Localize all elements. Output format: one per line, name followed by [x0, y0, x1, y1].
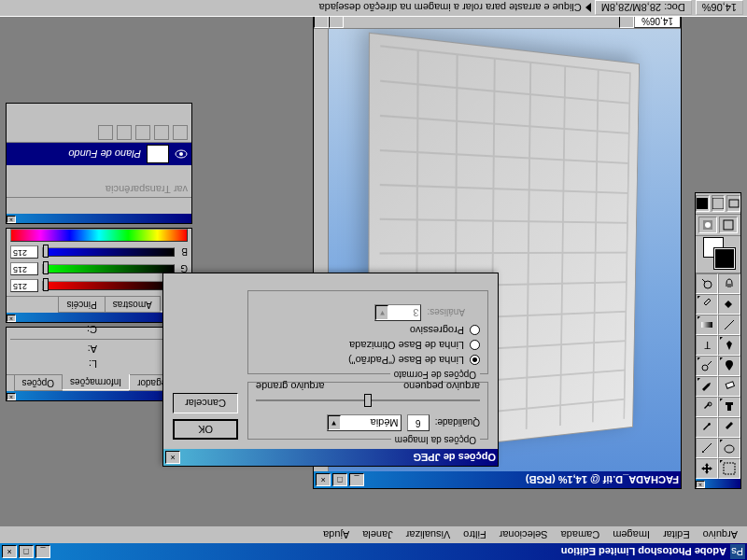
statusbar: 14,06% Doc: 28,8M/28,8M Clique e arraste…	[0, 0, 747, 17]
doc-maximize-button[interactable]: □	[332, 473, 347, 486]
svg-rect-5	[726, 402, 733, 405]
app-icon: Ps	[730, 544, 745, 559]
radio-icon	[470, 356, 480, 366]
color-panel-close[interactable]: ×	[7, 315, 16, 322]
fg-color-swatch[interactable]	[714, 248, 735, 269]
doc-close-button[interactable]: ×	[316, 473, 331, 486]
wand-tool[interactable]	[696, 438, 718, 458]
menu-editar[interactable]: Editar	[657, 527, 696, 542]
eraser-tool[interactable]	[718, 376, 740, 397]
minimize-button[interactable]: _	[35, 545, 50, 558]
bucket-tool[interactable]	[718, 294, 740, 315]
brush-tool[interactable]	[696, 417, 718, 438]
screen-standard-button[interactable]	[726, 195, 740, 212]
slider-b[interactable]: B 215	[10, 245, 188, 259]
eyedropper-tool[interactable]	[696, 294, 718, 315]
doc-size-status: Doc: 28,8M/28,8M	[595, 1, 692, 16]
visibility-icon[interactable]	[175, 147, 188, 161]
standard-mode-button[interactable]	[719, 217, 738, 233]
airbrush-tool[interactable]	[718, 417, 740, 438]
format-options-group: Opções de Formato Linha de Base ("Padrão…	[247, 290, 488, 374]
menu-imagem[interactable]: Imagem	[607, 527, 655, 542]
ok-button[interactable]: OK	[173, 419, 238, 440]
info-panel-close[interactable]: ×	[7, 393, 16, 400]
dodge-tool[interactable]	[696, 356, 718, 376]
svg-point-3	[725, 445, 734, 453]
svg-point-18	[705, 222, 711, 228]
toolbox-close[interactable]: ×	[696, 481, 705, 488]
screen-full-button[interactable]	[696, 195, 710, 212]
radio-baseline-standard[interactable]: Linha de Base ("Padrão")	[256, 355, 480, 366]
measure-tool[interactable]	[718, 315, 740, 335]
radio-baseline-optimized[interactable]: Linha de Base Otimizada	[256, 340, 480, 351]
radio-icon	[470, 326, 480, 336]
trash-icon[interactable]	[98, 125, 113, 140]
lasso-tool[interactable]	[718, 438, 740, 458]
layer-icon-2[interactable]	[154, 125, 169, 140]
menu-janela[interactable]: Janela	[357, 527, 398, 542]
svg-line-12	[725, 320, 734, 329]
quality-label: Qualidade:	[435, 418, 480, 428]
layer-name: Plano de Fundo	[68, 148, 141, 160]
stamp-tool[interactable]	[718, 397, 740, 417]
toolbox: × T	[695, 192, 741, 489]
layer-row[interactable]: Plano de Fundo	[7, 143, 191, 165]
workspace: × T	[0, 17, 747, 526]
radio-progressive[interactable]: Progressivo	[256, 325, 480, 336]
new-layer-icon[interactable]	[117, 125, 132, 140]
maximize-button[interactable]: □	[19, 545, 34, 558]
menu-filtro[interactable]: Filtro	[458, 527, 491, 542]
svg-point-4	[702, 451, 704, 453]
svg-rect-19	[729, 200, 739, 207]
tab-opcoes[interactable]: Opções	[14, 375, 63, 391]
scans-label: Análises:	[427, 308, 465, 318]
tab-informacoes[interactable]: Informações	[62, 374, 130, 390]
svg-point-14	[704, 281, 712, 288]
opacity-label: var Transparência	[106, 184, 188, 195]
svg-rect-6	[727, 405, 731, 411]
tab-amostras[interactable]: Amostras	[105, 297, 161, 313]
slider-g[interactable]: G 215	[10, 262, 188, 275]
svg-line-10	[708, 361, 712, 365]
dialog-close-button[interactable]: ×	[165, 451, 180, 464]
spectrum-bar[interactable]	[10, 229, 188, 242]
move-tool[interactable]	[696, 458, 718, 479]
tab-pinceis[interactable]: Pincéis	[58, 297, 105, 313]
cancel-button[interactable]: Cancelar	[173, 393, 238, 413]
menu-camada[interactable]: Camada	[556, 527, 606, 542]
menu-selecionar[interactable]: Selecionar	[494, 527, 554, 542]
menu-visualizar[interactable]: Visualizar	[401, 527, 457, 542]
scans-dropdown: 3 ▼	[374, 304, 421, 321]
menubar: Arquivo Editar Imagem Camada Selecionar …	[0, 526, 747, 543]
menu-arquivo[interactable]: Arquivo	[698, 527, 743, 542]
pen-tool[interactable]	[718, 335, 740, 356]
dialog-title: Opções de JPEG	[180, 452, 496, 463]
close-button[interactable]: ×	[2, 545, 17, 558]
quality-slider[interactable]: arquivo pequeno arquivo grande	[256, 390, 480, 409]
marquee-tool[interactable]	[718, 458, 740, 479]
layer-icon-3[interactable]	[135, 125, 150, 140]
status-menu-icon[interactable]	[585, 4, 591, 13]
radio-icon	[470, 341, 480, 351]
slider-r[interactable]: R 215	[10, 279, 188, 292]
svg-rect-8	[726, 382, 734, 388]
svg-text:Ps: Ps	[731, 546, 743, 557]
gradient-tool[interactable]	[696, 315, 718, 335]
zoom-tool[interactable]	[696, 273, 718, 294]
type-tool[interactable]: T	[696, 335, 718, 356]
quickmask-mode-button[interactable]	[698, 217, 717, 233]
svg-point-9	[702, 365, 708, 371]
hand-tool[interactable]	[718, 273, 740, 294]
screen-full-menubar-button[interactable]	[712, 195, 726, 212]
quality-input[interactable]: 6	[407, 414, 430, 431]
doc-minimize-button[interactable]: _	[349, 473, 364, 486]
blur-tool[interactable]	[718, 356, 740, 376]
quality-preset-dropdown[interactable]: Média ▼	[327, 414, 402, 431]
menu-ajuda[interactable]: Ajuda	[317, 527, 355, 542]
status-hint: Clique e arraste para rolar a imagem na …	[319, 3, 582, 14]
app-titlebar: Ps Adobe Photoshop Limited Edition _ □ ×	[0, 543, 747, 560]
history-brush-tool[interactable]	[696, 397, 718, 417]
layer-icon-1[interactable]	[173, 125, 188, 140]
layers-panel-close[interactable]: ×	[7, 216, 16, 223]
pencil-tool[interactable]	[696, 376, 718, 397]
